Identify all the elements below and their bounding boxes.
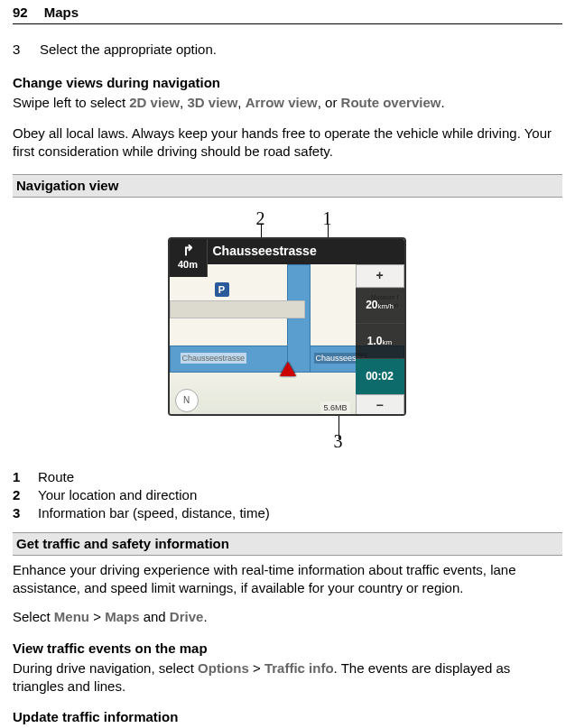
- step-text: Select the appropriate option.: [40, 41, 217, 59]
- ui-path-drive: Drive: [170, 609, 204, 624]
- page-header: 92 Maps: [13, 4, 562, 24]
- speed-unit: km/h: [378, 302, 394, 310]
- zoom-out-button[interactable]: −: [356, 394, 404, 416]
- legend-text: Information bar (speed, distance, time): [38, 504, 270, 522]
- option-2d-view: 2D view: [129, 95, 180, 110]
- text-fragment: >: [89, 609, 105, 624]
- legend-text: Route: [38, 468, 74, 486]
- view-traffic-events-text: During drive navigation, select Options …: [13, 659, 562, 696]
- distance-value: 1.0: [367, 335, 383, 347]
- heading-view-traffic-events: View traffic events on the map: [13, 640, 562, 658]
- navigation-view-figure: 2 1 3 ↱ 40m Chausseestrasse P Chausseest…: [157, 207, 419, 450]
- step-number: 3: [13, 41, 23, 59]
- road: [287, 264, 311, 373]
- legend-text: Your location and direction: [38, 486, 197, 504]
- time-value: 00:02: [366, 371, 394, 382]
- option-arrow-view: Arrow view: [246, 95, 318, 110]
- nav-screenshot: ↱ 40m Chausseestrasse P Chausseestrasse …: [168, 237, 406, 416]
- page-number: 92: [13, 4, 28, 22]
- info-panel: + 20km/h 1.0km 00:02 −: [356, 264, 404, 416]
- legend-item-1: 1 Route: [13, 468, 562, 486]
- text-fragment: >: [249, 660, 264, 676]
- zoom-in-button[interactable]: +: [356, 264, 404, 288]
- legend-number: 2: [13, 486, 23, 504]
- turn-distance: 40m: [178, 258, 198, 272]
- ui-path-options: Options: [198, 660, 249, 676]
- legend-item-3: 3 Information bar (speed, distance, time…: [13, 504, 562, 522]
- ui-path-traffic-info: Traffic info: [264, 660, 334, 676]
- heading-update-traffic: Update traffic information: [13, 708, 562, 726]
- legend-item-2: 2 Your location and direction: [13, 486, 562, 504]
- compass-icon[interactable]: N: [175, 389, 199, 412]
- road-label: Chausseestrasse: [181, 353, 247, 364]
- legend-number: 1: [13, 468, 23, 486]
- select-menu-maps-drive: Select Menu > Maps and Drive.: [13, 608, 562, 626]
- text-fragment: , or: [318, 95, 341, 110]
- plus-icon: +: [376, 267, 383, 284]
- compass-dir: N: [183, 394, 190, 407]
- ui-path-menu: Menu: [54, 609, 89, 624]
- text-fragment: During drive navigation, select: [13, 660, 198, 676]
- legend-list: 1 Route 2 Your location and direction 3 …: [13, 468, 562, 523]
- text-fragment: ,: [237, 95, 245, 110]
- section-bar-navigation-view: Navigation view: [13, 174, 562, 198]
- header-title: Maps: [44, 4, 79, 22]
- turn-arrow-icon: ↱: [182, 244, 194, 258]
- text-fragment: Swipe left to select: [13, 95, 129, 110]
- option-route-overview: Route overview: [341, 95, 441, 110]
- safety-note: Obey all local laws. Always keep your ha…: [13, 124, 562, 161]
- current-street: Chausseestrasse: [213, 243, 317, 260]
- text-fragment: .: [203, 609, 207, 624]
- distance-unit: km: [383, 338, 393, 346]
- change-views-text: Swipe left to select 2D view, 3D view, A…: [13, 94, 562, 112]
- minus-icon: −: [376, 397, 383, 414]
- location-cursor-icon: [280, 362, 296, 376]
- text-fragment: .: [441, 95, 444, 110]
- text-fragment: Select: [13, 609, 54, 624]
- step-3: 3 Select the appropriate option.: [13, 41, 562, 59]
- section-bar-traffic-safety: Get traffic and safety information: [13, 532, 562, 556]
- text-fragment: and: [139, 609, 169, 624]
- parking-icon: P: [215, 282, 229, 297]
- data-size-badge: 5.6MB: [320, 401, 349, 414]
- heading-change-views: Change views during navigation: [13, 74, 562, 92]
- legend-number: 3: [13, 504, 23, 522]
- speed-box: 20km/h: [356, 288, 404, 323]
- distance-box: 1.0km: [356, 323, 404, 358]
- traffic-intro: Enhance your driving experience with rea…: [13, 561, 562, 598]
- option-3d-view: 3D view: [187, 95, 237, 110]
- speed-value: 20: [366, 299, 377, 311]
- time-box: 00:02: [356, 358, 404, 393]
- nav-top-bar: ↱ 40m Chausseestrasse: [170, 239, 404, 264]
- ui-path-maps: Maps: [105, 609, 139, 624]
- road-minor: [170, 300, 305, 318]
- turn-indicator[interactable]: ↱ 40m: [170, 239, 208, 277]
